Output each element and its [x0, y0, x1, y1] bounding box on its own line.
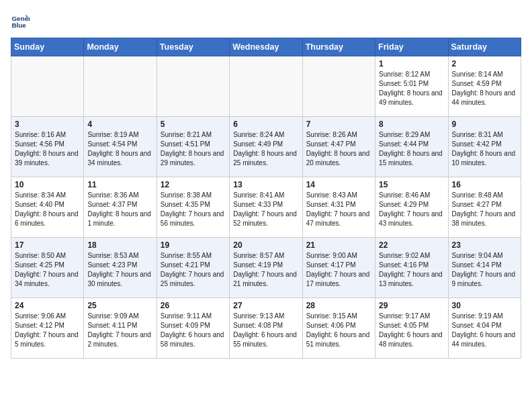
day-info: Sunrise: 8:29 AM Sunset: 4:44 PM Dayligh… [379, 130, 444, 168]
day-info: Sunrise: 8:21 AM Sunset: 4:51 PM Dayligh… [161, 130, 226, 168]
day-number: 8 [379, 120, 444, 129]
page-header: General Blue [11, 11, 521, 30]
day-info: Sunrise: 9:04 AM Sunset: 4:14 PM Dayligh… [452, 251, 517, 289]
calendar-day-cell: 1Sunrise: 8:12 AM Sunset: 5:01 PM Daylig… [375, 56, 448, 117]
day-info: Sunrise: 8:19 AM Sunset: 4:54 PM Dayligh… [87, 130, 152, 168]
day-number: 27 [233, 301, 298, 310]
calendar-day-cell: 5Sunrise: 8:21 AM Sunset: 4:51 PM Daylig… [157, 117, 229, 177]
day-number: 3 [15, 120, 80, 129]
day-info: Sunrise: 8:50 AM Sunset: 4:25 PM Dayligh… [15, 251, 80, 289]
day-number: 2 [452, 59, 517, 68]
calendar-day-cell: 20Sunrise: 8:57 AM Sunset: 4:19 PM Dayli… [230, 238, 302, 298]
day-number: 10 [15, 180, 80, 189]
day-info: Sunrise: 9:11 AM Sunset: 4:09 PM Dayligh… [161, 312, 226, 349]
calendar-day-cell: 27Sunrise: 9:13 AM Sunset: 4:08 PM Dayli… [230, 298, 302, 359]
day-info: Sunrise: 8:34 AM Sunset: 4:40 PM Dayligh… [15, 191, 80, 228]
day-info: Sunrise: 8:48 AM Sunset: 4:27 PM Dayligh… [452, 191, 517, 228]
day-number: 14 [306, 180, 371, 189]
day-info: Sunrise: 9:02 AM Sunset: 4:16 PM Dayligh… [379, 251, 444, 289]
day-info: Sunrise: 8:57 AM Sunset: 4:19 PM Dayligh… [233, 251, 298, 289]
day-number: 24 [15, 301, 80, 310]
weekday-header: Sunday [11, 38, 84, 56]
day-number: 16 [452, 180, 517, 189]
day-number: 6 [233, 120, 298, 129]
calendar-day-cell: 15Sunrise: 8:46 AM Sunset: 4:29 PM Dayli… [375, 177, 448, 238]
calendar-day-cell: 8Sunrise: 8:29 AM Sunset: 4:44 PM Daylig… [375, 117, 448, 177]
calendar-day-cell: 6Sunrise: 8:24 AM Sunset: 4:49 PM Daylig… [230, 117, 302, 177]
logo: General Blue [11, 11, 16, 30]
day-number: 13 [233, 180, 298, 189]
day-number: 19 [161, 240, 226, 250]
day-number: 21 [306, 240, 371, 250]
weekday-header: Monday [84, 38, 157, 56]
calendar-day-cell: 13Sunrise: 8:41 AM Sunset: 4:33 PM Dayli… [230, 177, 302, 238]
day-info: Sunrise: 8:16 AM Sunset: 4:56 PM Dayligh… [15, 130, 80, 168]
day-info: Sunrise: 9:13 AM Sunset: 4:08 PM Dayligh… [233, 312, 298, 349]
calendar-day-cell: 3Sunrise: 8:16 AM Sunset: 4:56 PM Daylig… [11, 117, 84, 177]
calendar-day-cell: 11Sunrise: 8:36 AM Sunset: 4:37 PM Dayli… [84, 177, 157, 238]
day-number: 7 [306, 120, 371, 129]
calendar-day-cell [230, 56, 302, 117]
calendar-week-row: 3Sunrise: 8:16 AM Sunset: 4:56 PM Daylig… [11, 117, 521, 177]
day-number: 1 [379, 59, 444, 68]
day-number: 28 [306, 301, 371, 310]
weekday-header: Tuesday [157, 38, 229, 56]
day-info: Sunrise: 9:15 AM Sunset: 4:06 PM Dayligh… [306, 312, 371, 349]
day-info: Sunrise: 8:26 AM Sunset: 4:47 PM Dayligh… [306, 130, 371, 168]
day-number: 5 [161, 120, 226, 129]
calendar-day-cell [11, 56, 84, 117]
day-number: 26 [161, 301, 226, 310]
calendar-day-cell: 26Sunrise: 9:11 AM Sunset: 4:09 PM Dayli… [157, 298, 229, 359]
weekday-header: Thursday [302, 38, 375, 56]
day-number: 29 [379, 301, 444, 310]
day-number: 30 [452, 301, 517, 310]
calendar-day-cell: 14Sunrise: 8:43 AM Sunset: 4:31 PM Dayli… [302, 177, 375, 238]
calendar-day-cell [157, 56, 229, 117]
day-number: 23 [452, 240, 517, 250]
day-info: Sunrise: 9:19 AM Sunset: 4:04 PM Dayligh… [452, 312, 517, 349]
calendar-header-row: SundayMondayTuesdayWednesdayThursdayFrid… [11, 38, 521, 56]
calendar-day-cell: 17Sunrise: 8:50 AM Sunset: 4:25 PM Dayli… [11, 238, 84, 298]
day-info: Sunrise: 8:53 AM Sunset: 4:23 PM Dayligh… [87, 251, 152, 289]
day-info: Sunrise: 9:17 AM Sunset: 4:05 PM Dayligh… [379, 312, 444, 349]
calendar-day-cell: 4Sunrise: 8:19 AM Sunset: 4:54 PM Daylig… [84, 117, 157, 177]
day-number: 11 [87, 180, 152, 189]
day-number: 20 [233, 240, 298, 250]
calendar-day-cell: 2Sunrise: 8:14 AM Sunset: 4:59 PM Daylig… [448, 56, 521, 117]
day-info: Sunrise: 8:36 AM Sunset: 4:37 PM Dayligh… [87, 191, 152, 228]
day-info: Sunrise: 8:38 AM Sunset: 4:35 PM Dayligh… [161, 191, 226, 228]
calendar-day-cell: 12Sunrise: 8:38 AM Sunset: 4:35 PM Dayli… [157, 177, 229, 238]
calendar-day-cell: 23Sunrise: 9:04 AM Sunset: 4:14 PM Dayli… [448, 238, 521, 298]
calendar-day-cell: 22Sunrise: 9:02 AM Sunset: 4:16 PM Dayli… [375, 238, 448, 298]
day-info: Sunrise: 8:46 AM Sunset: 4:29 PM Dayligh… [379, 191, 444, 228]
day-number: 12 [161, 180, 226, 189]
day-number: 25 [87, 301, 152, 310]
calendar-day-cell: 24Sunrise: 9:06 AM Sunset: 4:12 PM Dayli… [11, 298, 84, 359]
day-info: Sunrise: 9:09 AM Sunset: 4:11 PM Dayligh… [87, 312, 152, 349]
day-number: 17 [15, 240, 80, 250]
day-info: Sunrise: 8:12 AM Sunset: 5:01 PM Dayligh… [379, 70, 444, 107]
day-info: Sunrise: 9:00 AM Sunset: 4:17 PM Dayligh… [306, 251, 371, 289]
calendar-day-cell: 21Sunrise: 9:00 AM Sunset: 4:17 PM Dayli… [302, 238, 375, 298]
day-number: 15 [379, 180, 444, 189]
calendar-table: SundayMondayTuesdayWednesdayThursdayFrid… [11, 38, 521, 359]
calendar-week-row: 17Sunrise: 8:50 AM Sunset: 4:25 PM Dayli… [11, 238, 521, 298]
day-number: 9 [452, 120, 517, 129]
day-info: Sunrise: 8:43 AM Sunset: 4:31 PM Dayligh… [306, 191, 371, 228]
day-number: 4 [87, 120, 152, 129]
calendar-day-cell: 28Sunrise: 9:15 AM Sunset: 4:06 PM Dayli… [302, 298, 375, 359]
day-number: 22 [379, 240, 444, 250]
calendar-day-cell: 16Sunrise: 8:48 AM Sunset: 4:27 PM Dayli… [448, 177, 521, 238]
calendar-week-row: 24Sunrise: 9:06 AM Sunset: 4:12 PM Dayli… [11, 298, 521, 359]
calendar-week-row: 10Sunrise: 8:34 AM Sunset: 4:40 PM Dayli… [11, 177, 521, 238]
calendar-day-cell: 7Sunrise: 8:26 AM Sunset: 4:47 PM Daylig… [302, 117, 375, 177]
day-info: Sunrise: 8:55 AM Sunset: 4:21 PM Dayligh… [161, 251, 226, 289]
day-info: Sunrise: 8:31 AM Sunset: 4:42 PM Dayligh… [452, 130, 517, 168]
day-info: Sunrise: 9:06 AM Sunset: 4:12 PM Dayligh… [15, 312, 80, 349]
calendar-week-row: 1Sunrise: 8:12 AM Sunset: 5:01 PM Daylig… [11, 56, 521, 117]
calendar-day-cell: 19Sunrise: 8:55 AM Sunset: 4:21 PM Dayli… [157, 238, 229, 298]
weekday-header: Wednesday [230, 38, 302, 56]
day-number: 18 [87, 240, 152, 250]
calendar-day-cell: 30Sunrise: 9:19 AM Sunset: 4:04 PM Dayli… [448, 298, 521, 359]
calendar-day-cell [302, 56, 375, 117]
